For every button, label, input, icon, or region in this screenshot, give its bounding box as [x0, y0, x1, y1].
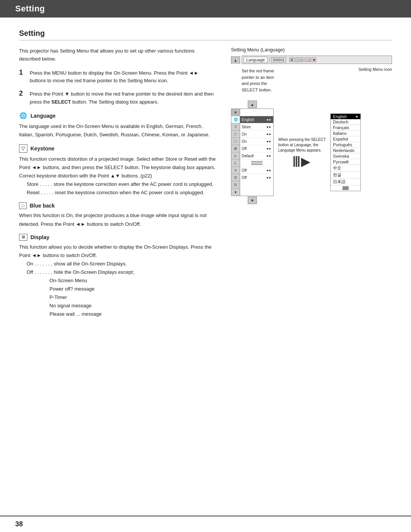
language-list: English ◄ Deutsch Français Italiano Espa… — [330, 113, 361, 191]
two-col-layout: This projector has Setting Menu that all… — [19, 47, 392, 324]
display-exception-5: Please wait ... message — [49, 310, 216, 318]
bar1 — [293, 156, 295, 167]
arrow-right: ▶ — [293, 155, 311, 168]
content-row-on2: On ◄► — [240, 138, 273, 145]
step-1-text: Press the MENU button to display the On-… — [30, 69, 216, 85]
language-header: 🌐 Language — [19, 112, 216, 120]
step-1: 1 Press the MENU button to display the O… — [19, 69, 216, 85]
callout-area: Set the red framepointer to an itemand p… — [231, 66, 392, 93]
step-2-number: 2 — [19, 89, 26, 106]
default-arrows: ◄► — [266, 154, 272, 158]
header-title: Setting — [15, 4, 45, 13]
blue-back-section: □ Blue back When this function is On, th… — [19, 202, 216, 228]
icon-cell-1: ⊕ — [231, 109, 240, 116]
lang-nederlands: Nederlands — [331, 148, 360, 153]
keystone-title: Keystone — [30, 145, 54, 152]
display-exception-3: P-Timer — [49, 293, 216, 302]
on2-label: On — [242, 139, 247, 144]
main-content: Setting This projector has Setting Menu … — [0, 18, 411, 354]
blue-back-title: Blue back — [30, 203, 55, 209]
display-exception-4: No signal message — [49, 302, 216, 310]
default-label: Default — [242, 154, 254, 158]
icon-bottom-arrow: ▼ — [248, 197, 257, 204]
menu-icon-3: ▷ — [300, 58, 305, 62]
language-section: 🌐 Language The language used in the On-S… — [19, 112, 216, 139]
english-label: English — [242, 118, 254, 122]
bar2 — [296, 156, 297, 167]
lang-english-arrow: ◄ — [355, 115, 358, 118]
panel-with-icons: ⊕ 🌐 ▽ □ □ ⊞ L L ≡ ⊡ ⊡ ▼ — [231, 109, 274, 196]
display-exception-1: On-Screen Menu — [49, 276, 216, 285]
menu-icon-4: ◁ — [306, 58, 311, 62]
content-row-on1: On ◄► — [240, 131, 273, 138]
on1-arrows: ◄► — [266, 133, 272, 136]
blue-back-icon: □ — [19, 202, 27, 209]
line1 — [251, 161, 263, 162]
display-title: Display — [30, 234, 49, 240]
right-column: Setting Menu (Language) ▲ Language SVGA1 — [231, 47, 392, 324]
content-row-0 — [240, 109, 273, 116]
callout-text: Set the red framepointer to an itemand p… — [242, 68, 274, 93]
language-tab: Language — [244, 57, 268, 63]
blue-back-body: When this function is On, the projector … — [19, 211, 216, 228]
arrow-icon: ▶ — [301, 155, 311, 168]
left-panel-group: ▲ ⊕ 🌐 ▽ □ □ ⊞ L L ≡ ⊡ — [231, 101, 274, 204]
lang-english-label: English — [333, 114, 347, 119]
content-row-english: English ◄► — [240, 116, 273, 123]
icon-cell-2: 🌐 — [231, 116, 240, 123]
step-2-text: Press the Point ▼ button to move the red… — [30, 90, 216, 106]
left-side-icons: ▲ — [231, 56, 240, 64]
lang-portugues: Português — [331, 142, 360, 148]
display-off: Off . . . . . . . hide the On-Screen Dis… — [27, 268, 216, 276]
icon-cell-5: □ — [231, 138, 240, 145]
lang-close-icon — [331, 185, 360, 191]
select-callout: When pressing the SELECTbutton at Langua… — [278, 137, 326, 153]
icon-up: ▲ — [231, 56, 240, 64]
keystone-reset: Reset . . . . . reset the keystone corre… — [27, 189, 216, 197]
icon-cell-3: ▽ — [231, 123, 240, 131]
on2-arrows: ◄► — [266, 140, 272, 143]
three-lines — [251, 161, 263, 165]
menu-bar: Language SVGA1 ⊞ □ ▷ ◁ ■ — [242, 56, 392, 64]
display-body: This function allows you to decide wheth… — [19, 243, 216, 260]
off3-arrows: ◄► — [266, 176, 272, 179]
keystone-icon: ▽ — [19, 144, 27, 153]
display-icon: ⊞ — [19, 234, 27, 241]
menu-icons-row: ⊞ □ ▷ ◁ ■ — [289, 58, 316, 62]
menu-icon-1: ⊞ — [289, 58, 295, 62]
three-bars — [293, 156, 299, 167]
language-title: Language — [30, 113, 56, 119]
store-label: Store — [242, 125, 251, 129]
top-menu-diagram: ▲ Language SVGA1 ⊞ □ ▷ ◁ — [231, 56, 392, 93]
display-exception-2: Power off? message — [49, 285, 216, 293]
line3 — [251, 164, 263, 165]
menu-icon-5: ■ — [312, 58, 316, 62]
off2-label: Off — [242, 168, 247, 173]
language-body: The language used in the On-Screen Menu … — [19, 122, 216, 139]
step-2: 2 Press the Point ▼ button to move the r… — [19, 90, 216, 106]
lang-chinese: 中文 — [331, 165, 360, 172]
intro-paragraph: This projector has Setting Menu that all… — [19, 47, 216, 63]
page-header: Setting — [0, 0, 411, 18]
display-exceptions: On-Screen Menu Power off? message P-Time… — [49, 276, 216, 318]
off1-label: Off — [242, 147, 247, 151]
blue-back-header: □ Blue back — [19, 202, 216, 209]
keystone-section: ▽ Keystone This function corrects distor… — [19, 144, 216, 197]
off2-arrows: ◄► — [266, 169, 272, 172]
content-row-lines — [240, 160, 273, 167]
page-subtitle: Setting — [19, 29, 392, 40]
icon-cell-12: ▼ — [231, 189, 240, 196]
lang-italiano: Italiano — [331, 131, 360, 136]
lang-korean: 한글 — [331, 172, 360, 179]
language-menu: English ◄ Deutsch Français Italiano Espa… — [330, 113, 361, 191]
english-arrows: ◄► — [266, 118, 272, 121]
content-row-off2: Off ◄► — [240, 167, 273, 174]
content-row-off1: Off ◄► — [240, 145, 273, 152]
menu-icon-2: □ — [295, 58, 299, 62]
lang-francais: Français — [331, 125, 360, 131]
divider — [269, 57, 269, 62]
display-header: ⊞ Display — [19, 234, 216, 241]
display-on: On . . . . . . . show all the On-Screen … — [27, 260, 216, 268]
lang-svenska: Svenska — [331, 153, 360, 159]
content-column: English ◄► Store ◄► On ◄► — [240, 109, 274, 196]
